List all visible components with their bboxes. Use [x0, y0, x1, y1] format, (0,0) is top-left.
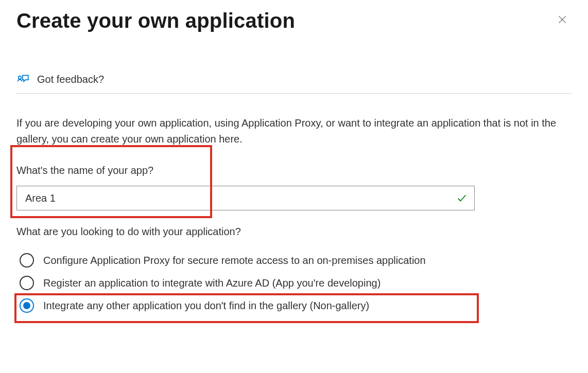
page-title: Create your own application [16, 9, 295, 32]
app-name-input[interactable] [16, 186, 475, 210]
svg-point-2 [19, 76, 22, 79]
radio-option-app-proxy[interactable]: Configure Application Proxy for secure r… [16, 249, 572, 272]
radio-option-register[interactable]: Register an application to integrate wit… [16, 272, 572, 294]
radio-label: Configure Application Proxy for secure r… [43, 255, 426, 267]
description-text: If you are developing your own applicati… [16, 115, 560, 147]
radio-button [20, 253, 34, 268]
checkmark-icon [456, 192, 468, 204]
radio-label: Register an application to integrate wit… [43, 277, 381, 289]
close-button[interactable] [553, 12, 572, 30]
app-name-label: What's the name of your app? [16, 165, 572, 176]
radio-option-non-gallery[interactable]: Integrate any other application you don'… [16, 294, 572, 317]
radio-button-selected [20, 298, 34, 313]
radio-question-label: What are you looking to do with your app… [16, 226, 572, 238]
feedback-link[interactable]: Got feedback? [16, 73, 572, 94]
feedback-label: Got feedback? [37, 74, 104, 85]
close-icon [557, 14, 567, 27]
radio-button [20, 276, 34, 290]
radio-label: Integrate any other application you don'… [43, 300, 369, 312]
feedback-icon [16, 73, 30, 86]
